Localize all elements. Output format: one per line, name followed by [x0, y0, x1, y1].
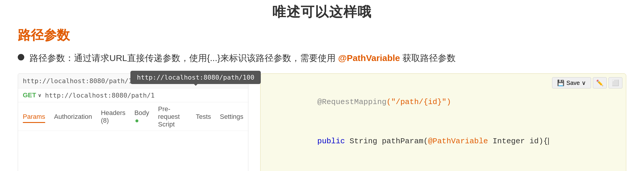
body-dot-icon [135, 119, 138, 122]
save-label: Save [566, 80, 580, 86]
save-chevron-icon: ∨ [582, 79, 586, 86]
url-tooltip: http://localhost:8080/path/100 [130, 71, 261, 84]
chevron-down-icon: ∨ [38, 93, 41, 98]
method-label: GET [23, 91, 36, 99]
tab-params[interactable]: Params [23, 113, 45, 123]
keyword-public: public [317, 137, 349, 146]
bullet-description: 路径参数：通过请求URL直接传递参数，使用{...}来标识该路径参数，需要使用 … [18, 51, 626, 65]
save-bar: 💾 Save ∨ ✏️ ⬜ [552, 77, 622, 88]
code-panel: 💾 Save ∨ ✏️ ⬜ @RequestMapping("/path/{id… [260, 73, 626, 171]
request-url-input[interactable]: http://localhost:8080/path/1 [45, 92, 155, 99]
method-name: pathParam( [382, 137, 428, 146]
tab-pre-request[interactable]: Pre-request Script [158, 105, 187, 131]
edit-icon-button[interactable]: ✏️ [593, 77, 607, 88]
request-row: GET ∨ http://localhost:8080/path/1 [18, 88, 248, 102]
save-icon: 💾 [557, 79, 564, 86]
code-line-3: System.out.println(id); [271, 161, 615, 171]
annotation-1: @RequestMapping [317, 98, 386, 106]
string-1: ("/path/{id}") [386, 98, 451, 106]
save-button[interactable]: 💾 Save ∨ [552, 77, 591, 88]
param-type: Integer id){ [493, 137, 548, 146]
bullet-content: 路径参数：通过请求URL直接传递参数，使用{...}来标识该路径参数，需要使用 … [30, 51, 456, 65]
tab-authorization[interactable]: Authorization [54, 113, 92, 123]
cursor-indicator [548, 138, 549, 145]
type-string: String [349, 137, 382, 146]
postman-panel: http://localhost:8080/path/1 http://loca… [18, 73, 248, 171]
code-block: @RequestMapping("/path/{id}") public Str… [271, 83, 615, 171]
content-row: http://localhost:8080/path/1 http://loca… [18, 73, 626, 171]
section-title: 路径参数 [18, 27, 626, 44]
page-container: 唯述可以这样哦 路径参数 路径参数：通过请求URL直接传递参数，使用{...}来… [0, 0, 644, 171]
tab-settings[interactable]: Settings [220, 113, 244, 123]
page-title: 唯述可以这样哦 [18, 3, 626, 21]
tooltip-text: http://localhost:8080/path/100 [137, 74, 254, 81]
bullet-dot-icon [18, 54, 24, 60]
tab-headers[interactable]: Headers (8) [101, 109, 125, 127]
copy-icon-button[interactable]: ⬜ [609, 77, 622, 88]
bullet-highlight: @PathVariable [338, 53, 400, 63]
annotation-pathvariable: @PathVariable [428, 137, 493, 146]
method-select[interactable]: GET ∨ [23, 91, 41, 99]
tab-tests[interactable]: Tests [196, 113, 211, 123]
url-display: http://localhost:8080/path/1 [23, 77, 132, 85]
tab-body[interactable]: Body [134, 109, 149, 127]
bullet-prefix: 路径参数：通过请求URL直接传递参数，使用{...}来标识该路径参数，需要使用 [30, 53, 336, 63]
postman-tabs: Params Authorization Headers (8) Body Pr… [18, 102, 248, 131]
bullet-suffix: 获取路径参数 [402, 53, 456, 63]
code-line-2: public String pathParam(@PathVariable In… [271, 122, 615, 161]
